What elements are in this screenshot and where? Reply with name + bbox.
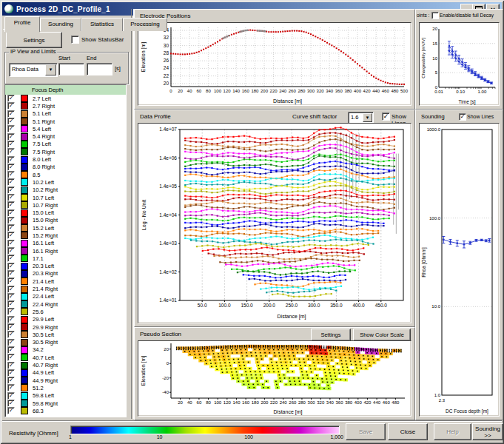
item-checkbox[interactable]: ✓ — [7, 141, 15, 148]
list-item[interactable]: ✓8.0 Left — [5, 155, 126, 163]
item-checkbox[interactable]: ✓ — [7, 171, 15, 178]
sounding-button[interactable]: Sounding >> — [472, 423, 503, 440]
tab-profile[interactable]: Profile — [4, 16, 40, 32]
list-item[interactable]: ✓15.2 Right — [5, 232, 126, 239]
item-checkbox[interactable]: ✓ — [7, 300, 15, 308]
list-item[interactable]: ✓40.7 Right — [5, 361, 126, 369]
start-input[interactable] — [58, 63, 84, 75]
list-item[interactable]: ✓29.9 Right — [5, 323, 126, 331]
list-item[interactable]: ✓20.3 Left — [5, 263, 126, 270]
list-item[interactable]: ✓7.5 Left — [5, 141, 126, 148]
help-button[interactable]: Help — [434, 423, 471, 440]
list-item[interactable]: ✓5.1 Right — [5, 118, 126, 125]
list-item[interactable]: ✓68.3 — [5, 407, 126, 414]
list-item[interactable]: ✓15.0 Left — [5, 209, 126, 216]
list-item[interactable]: ✓10.2 Left — [5, 178, 126, 186]
item-checkbox[interactable]: ✓ — [7, 110, 15, 118]
item-checkbox[interactable]: ✓ — [7, 323, 15, 331]
list-item[interactable]: ✓17.1 — [5, 255, 126, 262]
list-item[interactable]: ✓51.2 — [5, 384, 126, 391]
list-item[interactable]: ✓5.4 Right — [5, 132, 126, 140]
list-item[interactable]: ✓8.5 — [5, 171, 126, 178]
show-color-scale-button[interactable]: Show Color Scale — [353, 329, 411, 341]
sounding-show-lines-checkbox[interactable]: ✓ — [459, 113, 466, 121]
item-checkbox[interactable]: ✓ — [7, 164, 15, 171]
item-checkbox[interactable]: ✓ — [7, 377, 15, 384]
list-item[interactable]: ✓5.1 Left — [5, 110, 126, 118]
settings-button[interactable]: Settings — [6, 32, 62, 48]
item-checkbox[interactable]: ✓ — [7, 308, 15, 315]
data-type-dropdown[interactable]: Rhoa Data ▼ — [9, 63, 58, 77]
enable-full-decay-checkbox[interactable] — [431, 12, 439, 19]
list-item[interactable]: ✓5.4 Left — [5, 125, 126, 132]
item-checkbox[interactable]: ✓ — [7, 293, 15, 300]
tab-sounding[interactable]: Sounding — [40, 18, 81, 31]
curve-shift-select[interactable]: 1.6 ▼ — [348, 112, 374, 124]
list-item[interactable]: ✓34.2 — [5, 346, 126, 354]
list-item[interactable]: ✓8.0 Right — [5, 164, 126, 171]
item-checkbox[interactable]: ✓ — [7, 400, 15, 407]
list-item[interactable]: ✓10.7 Right — [5, 201, 126, 209]
list-item[interactable]: ✓16.1 Left — [5, 240, 126, 247]
item-checkbox[interactable]: ✓ — [7, 331, 15, 338]
list-item[interactable]: ✓21.4 Right — [5, 285, 126, 292]
list-item[interactable]: ✓29.9 Left — [5, 316, 126, 323]
item-checkbox[interactable]: ✓ — [7, 118, 15, 125]
item-checkbox[interactable]: ✓ — [7, 224, 15, 232]
item-checkbox[interactable]: ✓ — [7, 156, 15, 164]
item-checkbox[interactable]: ✓ — [7, 148, 15, 155]
save-button[interactable]: Save — [346, 423, 386, 440]
list-item[interactable]: ✓59.8 Right — [5, 400, 126, 407]
item-checkbox[interactable]: ✓ — [7, 178, 15, 186]
item-checkbox[interactable]: ✓ — [7, 102, 15, 110]
dropdown-arrow-icon[interactable]: ▼ — [45, 64, 56, 75]
list-item[interactable]: ✓44.9 Right — [5, 377, 126, 384]
item-checkbox[interactable]: ✓ — [7, 201, 15, 209]
item-checkbox[interactable]: ✓ — [7, 186, 15, 194]
list-item[interactable]: ✓22.4 Right — [5, 300, 126, 308]
item-checkbox[interactable]: ✓ — [7, 354, 15, 361]
tab-processing[interactable]: Processing — [123, 18, 167, 31]
list-item[interactable]: ✓10.2 Right — [5, 186, 126, 194]
close-button[interactable]: Close — [388, 423, 428, 440]
list-item[interactable]: ✓2.7 Left — [5, 95, 126, 102]
item-checkbox[interactable]: ✓ — [7, 339, 15, 346]
item-checkbox[interactable]: ✓ — [7, 407, 15, 414]
list-item[interactable]: ✓40.7 Left — [5, 354, 126, 361]
list-item[interactable]: ✓44.9 Left — [5, 369, 126, 377]
item-checkbox[interactable]: ✓ — [7, 217, 15, 224]
show-statusbar-checkbox[interactable] — [71, 36, 79, 44]
item-checkbox[interactable]: ✓ — [7, 369, 15, 377]
item-checkbox[interactable]: ✓ — [7, 270, 15, 278]
list-item[interactable]: ✓21.4 Left — [5, 278, 126, 285]
item-checkbox[interactable]: ✓ — [7, 316, 15, 323]
item-checkbox[interactable]: ✓ — [7, 263, 15, 270]
list-item[interactable]: ✓30.5 Left — [5, 331, 126, 338]
item-checkbox[interactable]: ✓ — [7, 255, 15, 262]
item-checkbox[interactable]: ✓ — [7, 362, 15, 369]
item-checkbox[interactable]: ✓ — [7, 133, 15, 141]
item-checkbox[interactable]: ✓ — [7, 240, 15, 247]
item-checkbox[interactable]: ✓ — [7, 286, 15, 293]
list-item[interactable]: ✓20.3 Right — [5, 270, 126, 278]
list-item[interactable]: ✓10.7 Left — [5, 194, 126, 201]
list-item[interactable]: ✓16.1 Right — [5, 247, 126, 255]
list-item[interactable]: ✓59.8 Left — [5, 392, 126, 400]
item-checkbox[interactable]: ✓ — [7, 278, 15, 285]
end-input[interactable] — [87, 63, 112, 75]
item-checkbox[interactable]: ✓ — [7, 346, 15, 354]
tab-statistics[interactable]: Statistics — [81, 18, 123, 31]
pseudo-settings-button[interactable]: Settings — [311, 329, 351, 341]
item-checkbox[interactable]: ✓ — [7, 125, 15, 132]
item-checkbox[interactable]: ✓ — [7, 95, 15, 102]
item-checkbox[interactable]: ✓ — [7, 232, 15, 239]
curve-shift-arrow-icon[interactable]: ▼ — [363, 113, 372, 122]
item-checkbox[interactable]: ✓ — [7, 247, 15, 255]
item-checkbox[interactable]: ✓ — [7, 392, 15, 400]
list-item[interactable]: ✓22.4 Left — [5, 293, 126, 300]
list-item[interactable]: ✓2.7 Right — [5, 102, 126, 110]
list-item[interactable]: ✓15.0 Right — [5, 217, 126, 224]
list-item[interactable]: ✓15.2 Left — [5, 224, 126, 232]
list-item[interactable]: ✓7.5 Right — [5, 148, 126, 155]
profile-show-lines-checkbox[interactable]: ✓ — [382, 112, 390, 121]
